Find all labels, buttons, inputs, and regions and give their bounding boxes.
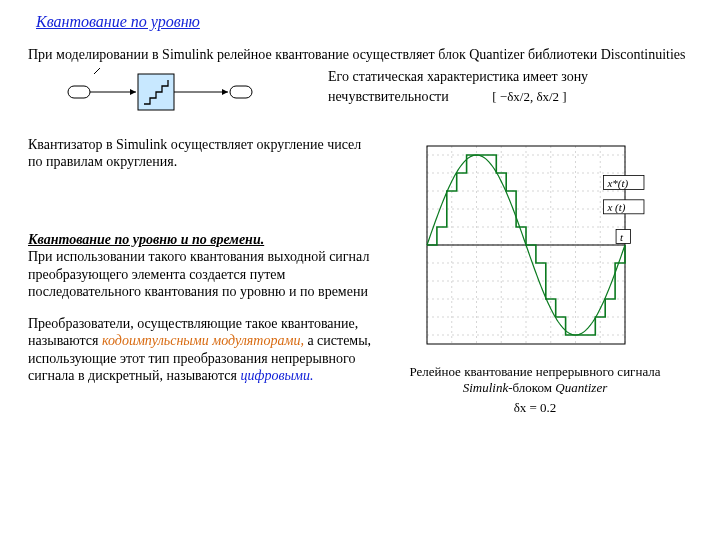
svg-text:x*(t): x*(t): [606, 176, 628, 189]
svg-marker-5: [222, 89, 228, 95]
intro-paragraph: При моделировании в Simulink релейное кв…: [28, 46, 692, 64]
svg-rect-0: [68, 86, 90, 98]
simulink-diagram-row: Его статическая характеристика имеет зон…: [28, 68, 692, 118]
chart-caption: Релейное квантование непрерывного сигнал…: [405, 364, 665, 397]
chart-caption-simulink: Simulink: [463, 380, 509, 395]
chart-caption-quantizer: Quantizer: [555, 380, 607, 395]
chart-caption-b: -блоком: [508, 380, 555, 395]
digital-term: цифровыми.: [240, 368, 313, 383]
level-and-time-paragraph: Квантование по уровню и по времени. При …: [28, 231, 378, 301]
rounding-paragraph: Квантизатор в Simulink осуществляет окру…: [28, 136, 378, 171]
svg-rect-34: [616, 229, 631, 243]
svg-rect-6: [230, 86, 252, 98]
deadzone-expression: [ −δx/2, δx/2 ]: [492, 89, 566, 105]
static-characteristic-text: Его статическая характеристика имеет зон…: [328, 68, 692, 106]
level-and-time-subtitle: Квантование по уровню и по времени.: [28, 232, 264, 247]
quantization-chart: x*(t)x (t)t: [405, 136, 665, 356]
level-and-time-body: При использовании такого квантования вых…: [28, 249, 369, 299]
chart-caption-a: Релейное квантование непрерывного сигнал…: [409, 364, 660, 379]
page-title: Квантование по уровню: [36, 12, 692, 32]
svg-line-7: [94, 68, 100, 74]
svg-text:x (t): x (t): [606, 200, 625, 213]
delta-x-value: δx = 0.2: [514, 400, 557, 416]
simulink-block-diagram-icon: [28, 68, 308, 118]
pulse-code-modulators-term: кодоимпульсными модуляторами,: [102, 333, 304, 348]
svg-marker-2: [130, 89, 136, 95]
converters-paragraph: Преобразователи, осуществляющие такое кв…: [28, 315, 378, 385]
